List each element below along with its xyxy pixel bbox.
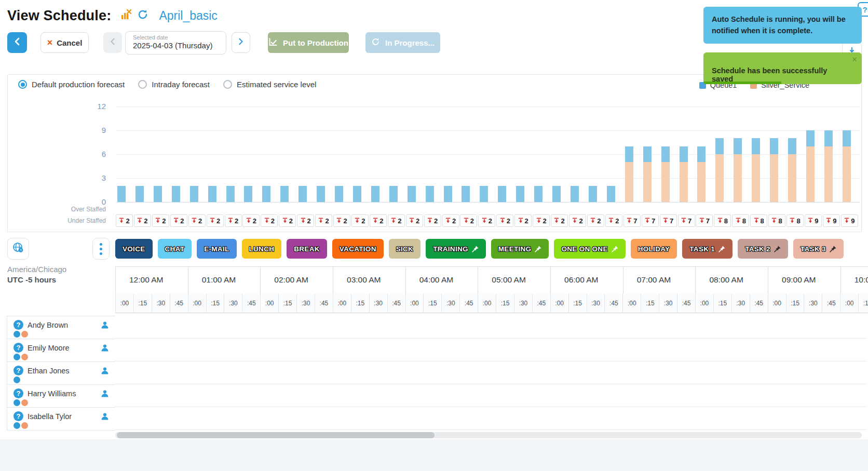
schedule-row-emily-moore[interactable] — [115, 339, 867, 361]
person-icon[interactable] — [101, 344, 109, 354]
quarter-header-cell[interactable]: :30 — [370, 293, 388, 313]
quarter-header-cell[interactable]: :45 — [605, 293, 623, 313]
quarter-header-cell[interactable]: :00 — [116, 293, 134, 313]
quarter-header-cell[interactable]: :30 — [732, 293, 750, 313]
hour-header-cell[interactable]: 10:00 AM — [841, 267, 868, 294]
quarter-header-cell[interactable]: :45 — [242, 293, 261, 313]
hour-header-cell[interactable]: 08:00 AM — [696, 267, 768, 294]
forecast-radio-default-production-forecast[interactable]: Default production forecast — [18, 80, 125, 89]
employee-row-andy-brown[interactable]: ?Andy Brown — [7, 316, 115, 339]
quarter-header-cell[interactable]: :45 — [750, 293, 768, 313]
quarter-header-cell[interactable]: :45 — [315, 293, 333, 313]
quarter-header-cell[interactable]: :15 — [859, 293, 868, 313]
activity-sick[interactable]: SICK — [389, 239, 421, 259]
activity-one-on-one[interactable]: ONE ON ONE — [554, 239, 625, 259]
next-date-button[interactable] — [232, 32, 250, 53]
put-to-production-button[interactable]: Put to Production — [268, 32, 349, 53]
hour-header-cell[interactable]: 02:00 AM — [261, 267, 333, 294]
quarter-header-cell[interactable]: :00 — [261, 293, 279, 313]
schedule-menu-button[interactable] — [92, 238, 110, 260]
quarter-header-cell[interactable]: :45 — [677, 293, 696, 313]
activity-task-1[interactable]: TASK 1 — [682, 239, 733, 259]
activity-voice[interactable]: VOICE — [115, 239, 153, 259]
help-badge-icon[interactable]: ? — [13, 388, 23, 398]
person-icon[interactable] — [101, 412, 109, 423]
quarter-header-cell[interactable]: :15 — [279, 293, 297, 313]
cancel-button[interactable]: × Cancel — [40, 32, 89, 53]
activity-lunch[interactable]: LUNCH — [242, 239, 282, 259]
quarter-header-cell[interactable]: :15 — [496, 293, 514, 313]
schedule-name-link[interactable]: April_basic — [159, 9, 218, 23]
timezone-button[interactable] — [7, 238, 29, 260]
schedule-row-andy-brown[interactable] — [115, 316, 867, 339]
quarter-header-cell[interactable]: :00 — [623, 293, 641, 313]
activity-e-mail[interactable]: E-MAIL — [197, 239, 236, 259]
employee-row-isabella-tylor[interactable]: ?Isabella Tylor — [7, 408, 115, 430]
quarter-header-cell[interactable]: :00 — [406, 293, 424, 313]
quarter-header-cell[interactable]: :15 — [786, 293, 805, 313]
quarter-header-cell[interactable]: :30 — [659, 293, 677, 313]
schedule-row-harry-williams[interactable] — [115, 384, 867, 407]
quarter-header-cell[interactable]: :15 — [134, 293, 152, 313]
selected-date-field[interactable]: Selected date 2025-04-03 (Thursday) — [125, 31, 226, 55]
quarter-header-cell[interactable]: :15 — [714, 293, 732, 313]
help-badge-icon[interactable]: ? — [13, 366, 23, 375]
person-icon[interactable] — [101, 389, 109, 400]
hour-header-cell[interactable]: 03:00 AM — [333, 267, 406, 294]
activity-holiday[interactable]: HOLIDAY — [631, 239, 677, 259]
quarter-header-cell[interactable]: :00 — [840, 293, 859, 313]
quarter-header-cell[interactable]: :30 — [514, 293, 533, 313]
quarter-header-cell[interactable]: :00 — [478, 293, 496, 313]
quarter-header-cell[interactable]: :15 — [207, 293, 225, 313]
person-icon[interactable] — [101, 367, 109, 377]
quarter-header-cell[interactable]: :15 — [424, 293, 442, 313]
activity-vacation[interactable]: VACATION — [332, 239, 384, 259]
forecast-radio-intraday-forecast[interactable]: Intraday forecast — [138, 80, 210, 89]
hour-header-cell[interactable]: 12:00 AM — [116, 267, 188, 294]
quarter-header-cell[interactable]: :00 — [188, 293, 207, 313]
quarter-header-cell[interactable]: :15 — [569, 293, 587, 313]
activity-task-3[interactable]: TASK 3 — [793, 239, 844, 259]
quarter-header-cell[interactable]: :45 — [170, 293, 188, 313]
quarter-header-cell[interactable]: :30 — [587, 293, 605, 313]
quarter-header-cell[interactable]: :30 — [442, 293, 460, 313]
employee-row-ethan-jones[interactable]: ?Ethan Jones — [7, 362, 115, 385]
quarter-header-cell[interactable]: :45 — [822, 293, 840, 313]
quarter-header-cell[interactable]: :00 — [551, 293, 569, 313]
previous-date-button[interactable] — [103, 32, 122, 53]
horizontal-scrollbar[interactable] — [115, 432, 862, 438]
hour-header-cell[interactable]: 07:00 AM — [623, 267, 696, 294]
activity-task-2[interactable]: TASK 2 — [738, 239, 788, 259]
hour-header-cell[interactable]: 09:00 AM — [768, 267, 841, 294]
quarter-header-cell[interactable]: :00 — [696, 293, 714, 313]
person-icon[interactable] — [101, 321, 109, 331]
quarter-header-cell[interactable]: :45 — [388, 293, 406, 313]
hour-header-cell[interactable]: 05:00 AM — [478, 267, 551, 294]
quarter-header-cell[interactable]: :30 — [224, 293, 242, 313]
quarter-header-cell[interactable]: :00 — [768, 293, 786, 313]
employee-row-emily-moore[interactable]: ?Emily Moore — [7, 339, 115, 362]
help-badge-icon[interactable]: ? — [13, 411, 23, 421]
scrollbar-thumb[interactable] — [117, 432, 435, 438]
hour-header-cell[interactable]: 04:00 AM — [406, 267, 479, 294]
hour-header-cell[interactable]: 01:00 AM — [188, 267, 261, 294]
forecast-radio-estimated-service-level[interactable]: Estimated service level — [223, 80, 316, 89]
quarter-header-cell[interactable]: :30 — [152, 293, 170, 313]
quarter-header-cell[interactable]: :00 — [333, 293, 351, 313]
employee-row-harry-williams[interactable]: ?Harry Williams — [7, 385, 115, 408]
back-button[interactable] — [7, 32, 27, 53]
activity-meeting[interactable]: MEETING — [491, 239, 549, 259]
quarter-header-cell[interactable]: :30 — [297, 293, 315, 313]
quarter-header-cell[interactable]: :45 — [533, 293, 551, 313]
help-badge-icon[interactable]: ? — [13, 343, 23, 353]
quarter-header-cell[interactable]: :15 — [351, 293, 370, 313]
help-badge-icon[interactable]: ? — [13, 320, 23, 330]
quarter-header-cell[interactable]: :15 — [641, 293, 659, 313]
hour-header-cell[interactable]: 06:00 AM — [551, 267, 623, 294]
schedule-row-isabella-tylor[interactable] — [115, 407, 867, 430]
schedule-row-ethan-jones[interactable] — [115, 361, 867, 384]
close-icon[interactable]: × — [852, 55, 857, 65]
activity-training[interactable]: TRAINING — [426, 239, 486, 259]
activity-chat[interactable]: CHAT — [158, 239, 192, 259]
quarter-header-cell[interactable]: :45 — [460, 293, 478, 313]
